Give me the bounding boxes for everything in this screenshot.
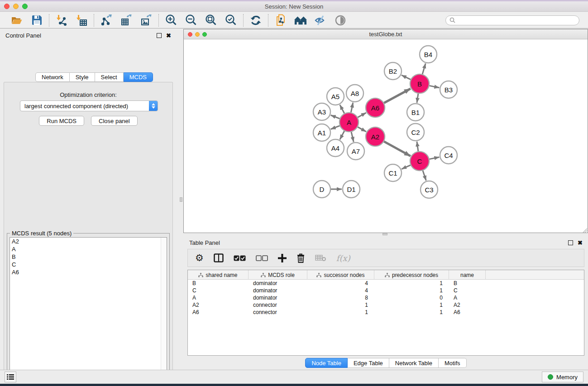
table-cell[interactable]: B — [188, 280, 249, 287]
edge-A2-C[interactable] — [384, 142, 411, 156]
import-network-icon[interactable] — [55, 14, 68, 27]
edge-C-C1[interactable] — [402, 165, 411, 169]
save-session-icon[interactable] — [30, 14, 43, 27]
tab-node-table[interactable]: Node Table — [305, 358, 348, 368]
column-header-predecessor-nodes[interactable]: predecessor nodes — [374, 270, 449, 280]
open-session-icon[interactable] — [10, 14, 23, 27]
table-cell[interactable]: 1 — [374, 280, 449, 287]
column-header-MCDS-role[interactable]: MCDS role — [249, 270, 307, 280]
zoom-selected-icon[interactable] — [225, 14, 237, 27]
edge-B-B4[interactable] — [422, 63, 425, 74]
edge-A-A6[interactable] — [358, 113, 366, 117]
table-cell[interactable]: dominator — [249, 294, 307, 301]
edge-A-A2[interactable] — [358, 127, 366, 132]
run-mcds-button[interactable]: Run MCDS — [39, 116, 84, 126]
table-cell[interactable]: A6 — [449, 309, 486, 316]
float-table-panel-icon[interactable] — [568, 240, 573, 245]
column-header-name[interactable]: name — [449, 270, 486, 280]
apply-layout-icon[interactable] — [249, 14, 262, 27]
import-table-icon[interactable] — [75, 14, 88, 27]
table-cell[interactable]: A2 — [188, 301, 249, 309]
zoom-fit-icon[interactable] — [205, 14, 217, 27]
mcds-result-list[interactable]: A2ABCA6 — [10, 237, 167, 386]
node-attribute-table[interactable]: shared nameMCDS rolesuccessor nodesprede… — [187, 270, 584, 356]
search-field[interactable] — [445, 15, 579, 25]
edge-C-C4[interactable] — [430, 157, 440, 159]
delete-column-icon[interactable] — [296, 252, 305, 264]
edge-A-A1[interactable] — [331, 126, 340, 129]
close-panel-button[interactable]: Close panel — [91, 116, 138, 126]
table-cell[interactable]: 1 — [307, 301, 374, 309]
tab-mcds[interactable]: MCDS — [124, 72, 153, 82]
edge-A-A5[interactable] — [340, 105, 344, 114]
optimization-criterion-select[interactable]: largest connected component (directed) — [20, 100, 158, 111]
delete-table-icon[interactable] — [315, 252, 326, 264]
memory-button[interactable]: Memory — [542, 372, 583, 382]
table-cell[interactable]: dominator — [249, 287, 307, 294]
edge-A-A4[interactable] — [340, 131, 344, 139]
table-cell[interactable]: 1 — [374, 301, 449, 309]
function-builder-icon[interactable]: f(x) — [336, 252, 350, 264]
tab-motifs[interactable]: Motifs — [439, 358, 467, 368]
table-cell[interactable]: A6 — [188, 309, 249, 316]
network-horizontal-scrollbar-thumb[interactable] — [382, 233, 387, 235]
search-input[interactable] — [458, 17, 575, 24]
table-cell[interactable]: 1 — [374, 309, 449, 316]
table-cell[interactable]: dominator — [249, 280, 307, 287]
table-cell[interactable]: 4 — [307, 287, 374, 294]
zoom-out-icon[interactable] — [185, 14, 197, 27]
table-cell[interactable]: A — [188, 294, 249, 301]
column-header-successor-nodes[interactable]: successor nodes — [307, 270, 374, 280]
result-list-item[interactable]: A — [10, 245, 167, 253]
close-panel-icon[interactable]: ✖ — [166, 33, 171, 38]
edge-A-A7[interactable] — [351, 132, 354, 142]
hide-details-icon[interactable] — [314, 14, 327, 27]
column-header-shared-name[interactable]: shared name — [188, 270, 249, 280]
table-cell[interactable]: C — [188, 287, 249, 294]
table-cell[interactable]: C — [449, 287, 486, 294]
tab-select[interactable]: Select — [95, 72, 124, 82]
edge-A-A3[interactable] — [331, 115, 340, 119]
table-row[interactable]: A6connector11A6 — [188, 309, 584, 316]
edge-B-B1[interactable] — [417, 94, 418, 103]
table-options-icon[interactable]: ⚙ — [195, 252, 204, 264]
table-cell[interactable]: connector — [249, 309, 307, 316]
table-row[interactable]: Cdominator41C — [188, 287, 584, 294]
table-cell[interactable]: A2 — [449, 301, 486, 309]
result-list-item[interactable]: A2 — [10, 238, 167, 245]
result-list-item[interactable]: B — [10, 253, 167, 261]
result-list-item[interactable]: C — [10, 261, 167, 268]
table-row[interactable]: Bdominator41B — [188, 280, 584, 287]
network-vertical-scrollbar-thumb[interactable] — [180, 197, 182, 202]
export-image-icon[interactable] — [140, 14, 153, 27]
export-table-icon[interactable] — [120, 14, 133, 27]
deselect-all-icon[interactable] — [256, 252, 268, 264]
edge-B-B2[interactable] — [402, 75, 411, 80]
show-graphics-details-icon[interactable] — [334, 14, 347, 27]
network-graph[interactable]: B4B2BB3A8A5A6A3B1AC2A1A2A4A7C4CC1DD1C3 — [184, 39, 588, 233]
window-resize-grip[interactable] — [583, 228, 588, 233]
create-column-icon[interactable] — [278, 252, 287, 264]
table-cell[interactable]: connector — [249, 301, 307, 309]
destroy-views-icon[interactable] — [294, 14, 307, 27]
show-column-icon[interactable] — [214, 252, 224, 264]
table-cell[interactable]: 8 — [307, 294, 374, 301]
close-table-panel-icon[interactable]: ✖ — [578, 240, 583, 245]
tab-network-table[interactable]: Network Table — [389, 358, 439, 368]
table-cell[interactable]: 1 — [374, 287, 449, 294]
network-window-titlebar[interactable]: testGlobe.txt — [184, 29, 588, 39]
select-all-icon[interactable] — [234, 252, 246, 264]
export-network-icon[interactable] — [100, 14, 113, 27]
tab-edge-table[interactable]: Edge Table — [348, 358, 389, 368]
edge-A-A8[interactable] — [351, 103, 353, 113]
edge-A6-B[interactable] — [384, 89, 410, 103]
table-cell[interactable]: B — [449, 280, 486, 287]
result-list-scrollbar[interactable] — [161, 238, 167, 386]
clone-network-icon[interactable] — [274, 14, 287, 27]
table-cell[interactable]: 1 — [307, 309, 374, 316]
network-canvas[interactable]: B4B2BB3A8A5A6A3B1AC2A1A2A4A7C4CC1DD1C3 — [184, 39, 588, 233]
tab-network[interactable]: Network — [35, 72, 70, 82]
table-cell[interactable]: A — [449, 294, 486, 301]
table-cell[interactable]: 4 — [307, 280, 374, 287]
tab-style[interactable]: Style — [70, 72, 95, 82]
